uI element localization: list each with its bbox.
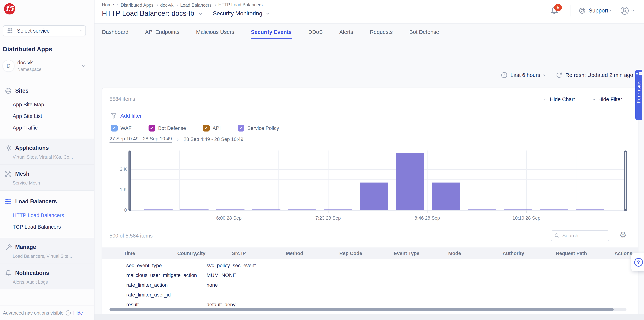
help-circle-icon[interactable]: ? [66, 310, 71, 315]
page-title: HTTP Load Balancer: docs-lb [102, 10, 194, 17]
table-row[interactable]: rate_limiter_user_id — [102, 292, 638, 302]
total-items-count: 5584 items [110, 96, 135, 102]
f5-logo-icon[interactable]: f5 [4, 3, 15, 15]
time-window-full[interactable]: 27 Sep 10:49 - 28 Sep 10:49 [110, 136, 172, 143]
help-button[interactable]: ? [631, 253, 644, 271]
chart-bar [540, 209, 568, 210]
sidebar-section-header[interactable]: Load Balancers [0, 197, 94, 206]
breadcrumb-item-distributed-apps[interactable]: Distributed Apps [121, 3, 154, 8]
checkbox-checked-icon: ✓ [148, 125, 155, 132]
sidebar-item-app-site-map[interactable]: App Site Map [0, 99, 94, 110]
filter-checkbox-waf[interactable]: ✓ WAF [111, 125, 132, 132]
sidebar-section-header[interactable]: Mesh [0, 169, 94, 179]
tab-api-endpoints[interactable]: API Endpoints [145, 29, 180, 39]
hide-filter-toggle[interactable]: Hide Filter [594, 96, 622, 102]
refresh-button[interactable]: Refresh: Updated 2 min ago [556, 72, 633, 79]
horizontal-scrollbar-thumb[interactable] [110, 308, 614, 311]
account-menu[interactable] [620, 6, 633, 15]
tab-security-events[interactable]: Security Events [251, 29, 292, 39]
column-header-event-type[interactable]: Event Type [394, 251, 420, 256]
column-header-rsp-code[interactable]: Rsp Code [339, 251, 362, 256]
search-icon [554, 233, 560, 239]
tab-requests[interactable]: Requests [370, 29, 393, 39]
sidebar-item-app-traffic[interactable]: App Traffic [0, 122, 94, 134]
tab-alerts[interactable]: Alerts [339, 29, 353, 39]
sidebar-section-header[interactable]: Applications [0, 143, 94, 153]
hide-filter-label: Hide Filter [598, 96, 622, 102]
sidebar-section-title: Mesh [15, 171, 30, 177]
support-label: Support [588, 8, 608, 14]
filter-checkbox-service-policy[interactable]: ✓ Service Policy [238, 125, 279, 132]
sidebar-section-header[interactable]: Notifications [0, 268, 94, 278]
breadcrumb-item-load-balancers[interactable]: Load Balancers [180, 3, 212, 8]
breadcrumb-item-http-load-balancers[interactable]: HTTP Load Balancers [218, 2, 263, 8]
forensics-tab[interactable]: « Forensics [635, 70, 642, 120]
monitoring-menu[interactable]: Security Monitoring [213, 10, 262, 17]
column-header-mode[interactable]: Mode [448, 251, 461, 256]
namespace-dropdown[interactable]: D doc-vk Namespace [2, 59, 89, 72]
column-header-actions[interactable]: Actions [614, 251, 632, 256]
search-input[interactable] [562, 233, 604, 239]
column-header-request-path[interactable]: Request Path [556, 251, 587, 256]
namespace-avatar: D [2, 60, 14, 72]
column-header-country-city[interactable]: Country,city [177, 251, 206, 256]
range-handle-left[interactable] [128, 151, 131, 211]
filter-label: WAF [120, 125, 132, 131]
mesh-icon [5, 170, 12, 177]
chevron-right-icon: › [177, 137, 178, 142]
sidebar-item-tcp-load-balancers[interactable]: TCP Load Balancers [0, 221, 94, 233]
range-handle-right[interactable] [624, 151, 627, 211]
sidebar-item-http-load-balancers[interactable]: HTTP Load Balancers [0, 209, 94, 221]
time-range-dropdown[interactable]: Last 6 hours [501, 72, 545, 79]
sidebar-item-app-site-list[interactable]: App Site List [0, 110, 94, 122]
column-header-time[interactable]: Time [124, 251, 135, 256]
wrench-icon [5, 243, 12, 251]
grid-icon [7, 28, 13, 34]
tab-ddos[interactable]: DDoS [308, 29, 323, 39]
tab-malicious-users[interactable]: Malicious Users [196, 29, 234, 39]
sidebar-section-subtitle: Alerts, Audit Logs [0, 279, 80, 285]
support-menu[interactable]: Support [578, 7, 612, 15]
breadcrumb-item-doc-vk[interactable]: doc-vk [160, 3, 174, 8]
sidebar-section-subtitle: Service Mesh [0, 180, 80, 186]
column-header-method[interactable]: Method [286, 251, 303, 256]
chevron-down-icon[interactable] [266, 12, 270, 15]
filter-checkbox-bot-defense[interactable]: ✓ Bot Defense [148, 125, 186, 132]
select-service-dropdown[interactable]: Select service [3, 25, 86, 36]
hide-nav-link[interactable]: Hide [73, 310, 83, 316]
gridline-v [378, 151, 378, 210]
row-key: rate_limiter_action [126, 282, 168, 288]
table-settings-gear-icon[interactable]: ⚙ [620, 231, 626, 239]
chevron-down-icon [80, 29, 82, 32]
globe-icon [5, 87, 12, 94]
table-row[interactable]: sec_event_type svc_policy_sec_event [102, 263, 638, 272]
breadcrumb-separator-icon [156, 4, 158, 6]
table-row[interactable]: malicious_user_mitigate_action MUM_NONE [102, 272, 638, 282]
breadcrumb-item-home[interactable]: Home [102, 2, 114, 8]
sidebar-section-header[interactable]: Sites [0, 86, 94, 96]
row-key: malicious_user_mitigate_action [126, 272, 197, 278]
collapse-left-icon: « [636, 72, 638, 76]
column-header-src-ip[interactable]: Src IP [232, 251, 246, 256]
tab-dashboard[interactable]: Dashboard [102, 29, 128, 39]
notifications-button[interactable]: 5 [550, 6, 562, 15]
chart-bar [288, 209, 316, 210]
row-value: — [206, 292, 212, 298]
sidebar-section-header[interactable]: Manage [0, 242, 94, 252]
x-tick-label: 10:10 28 Sep [512, 215, 540, 221]
clock-icon [501, 72, 508, 79]
header-divider [570, 5, 570, 17]
sidebar-section-title: Load Balancers [15, 198, 57, 205]
sidebar-section-mesh: MeshService Mesh [0, 164, 94, 190]
filter-checkbox-api[interactable]: ✓ API [203, 125, 221, 132]
table-row[interactable]: result default_deny [102, 302, 638, 308]
table-row[interactable]: rate_limiter_action none [102, 282, 638, 292]
add-filter-button[interactable]: Add filter [110, 112, 142, 119]
hide-chart-toggle[interactable]: Hide Chart [545, 96, 575, 102]
tab-bot-defense[interactable]: Bot Defense [409, 29, 439, 39]
column-header-authority[interactable]: Authority [502, 251, 524, 256]
title-chevron-icon[interactable] [199, 12, 202, 15]
horizontal-scrollbar[interactable] [110, 308, 626, 311]
table-summary: 500 of 5,584 items [110, 233, 153, 239]
y-tick-label: 1 K [102, 187, 127, 192]
